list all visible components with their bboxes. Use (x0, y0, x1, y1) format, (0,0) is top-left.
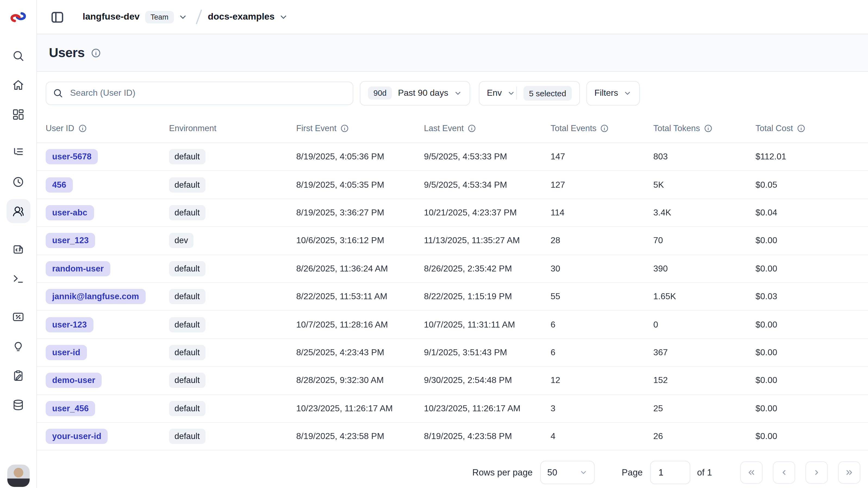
sidebar-item-tracing[interactable] (6, 140, 30, 164)
info-icon (340, 124, 349, 133)
sidebar-item-prompts[interactable] (6, 237, 30, 261)
rows-per-page-select[interactable]: 50 (540, 461, 595, 484)
table-row[interactable]: user_456default10/23/2025, 11:26:17 AM10… (37, 395, 868, 423)
column-label: Total Tokens (653, 123, 700, 133)
page-number-input[interactable] (650, 461, 690, 484)
rows-per-page-label: Rows per page (472, 467, 533, 478)
user-id-cell: demo-user (45, 373, 169, 388)
table-header-row: User IDEnvironmentFirst EventLast EventT… (37, 114, 868, 143)
sidebar-item-sessions[interactable] (6, 170, 30, 194)
first-event-cell: 8/25/2025, 4:23:43 PM (296, 348, 424, 357)
table-row[interactable]: user-123default10/7/2025, 11:28:16 AM10/… (37, 311, 868, 339)
chevrons-right-icon (845, 468, 854, 477)
column-header-total_tokens[interactable]: Total Tokens (653, 123, 755, 133)
total-tokens-cell: 152 (653, 376, 755, 385)
column-header-first_event[interactable]: First Event (296, 123, 424, 133)
sidebar-item-users[interactable] (6, 199, 30, 223)
user-id-badge[interactable]: your-user-id (45, 429, 108, 444)
total-tokens-cell: 390 (653, 264, 755, 274)
sidebar-item-dashboards[interactable] (6, 102, 30, 126)
table-row[interactable]: user-5678default8/19/2025, 4:05:36 PM9/5… (37, 143, 868, 171)
column-header-total_cost[interactable]: Total Cost (755, 123, 868, 133)
table-row[interactable]: your-user-iddefault8/19/2025, 4:23:58 PM… (37, 423, 868, 450)
table-row[interactable]: user_123dev10/6/2025, 3:16:12 PM11/13/20… (37, 227, 868, 255)
rows-per-page-chevron-icon (579, 468, 588, 477)
last-event-cell: 9/30/2025, 2:54:48 PM (424, 376, 551, 385)
table-row[interactable]: user-iddefault8/25/2025, 4:23:43 PM9/1/2… (37, 339, 868, 367)
langfuse-logo-icon[interactable] (9, 8, 27, 26)
user-id-badge[interactable]: user-abc (45, 205, 94, 220)
last-event-cell: 10/23/2025, 11:26:17 AM (424, 403, 551, 413)
sidebar-item-evaluation[interactable] (6, 305, 30, 328)
search-input[interactable] (45, 81, 353, 105)
table-row[interactable]: user-abcdefault8/19/2025, 3:36:27 PM10/2… (37, 199, 868, 227)
project-chevron-down-icon[interactable] (279, 12, 288, 22)
table-row[interactable]: jannik@langfuse.comdefault8/22/2025, 11:… (37, 283, 868, 311)
first-event-cell: 8/19/2025, 4:05:36 PM (296, 152, 424, 162)
org-chevron-down-icon[interactable] (178, 12, 187, 22)
table-body: user-5678default8/19/2025, 4:05:36 PM9/5… (37, 143, 868, 450)
total-tokens-cell: 803 (653, 152, 755, 162)
last-event-cell: 11/13/2025, 11:35:27 AM (424, 236, 551, 246)
env-filter-button[interactable]: Env 5 selected (478, 81, 580, 105)
environment-badge: default (169, 345, 205, 360)
breadcrumb-divider (196, 9, 202, 24)
environment-cell: default (169, 205, 296, 220)
environment-cell: default (169, 177, 296, 192)
column-header-last_event[interactable]: Last Event (424, 123, 551, 133)
environment-badge: default (169, 373, 205, 388)
next-page-button[interactable] (806, 461, 828, 484)
user-id-cell: user-abc (45, 205, 169, 220)
last-event-cell: 8/19/2025, 4:23:58 PM (424, 431, 551, 441)
annotation-icon (12, 369, 25, 382)
org-name[interactable]: langfuse-dev (83, 11, 140, 22)
total-events-cell: 28 (551, 236, 653, 246)
column-header-user_id[interactable]: User ID (45, 123, 169, 133)
table-row[interactable]: demo-userdefault8/28/2025, 9:32:30 AM9/3… (37, 367, 868, 395)
user-id-badge[interactable]: user_456 (45, 401, 95, 416)
first-event-cell: 8/19/2025, 4:23:58 PM (296, 431, 424, 441)
user-id-badge[interactable]: user_123 (45, 233, 95, 248)
user-id-badge[interactable]: user-123 (45, 317, 93, 332)
table-row[interactable]: 456default8/19/2025, 4:05:35 PM9/5/2025,… (37, 171, 868, 199)
environment-cell: default (169, 261, 296, 276)
sidebar-item-playground[interactable] (6, 266, 30, 290)
first-event-cell: 10/7/2025, 11:28:16 AM (296, 320, 424, 329)
sidebar-item-search[interactable] (6, 44, 30, 67)
user-id-badge[interactable]: random-user (45, 261, 110, 276)
previous-page-button[interactable] (773, 461, 795, 484)
info-icon (797, 124, 806, 133)
total-cost-cell: $0.00 (755, 348, 868, 357)
sidebar-item-annotation[interactable] (6, 364, 30, 387)
last-event-cell: 10/21/2025, 4:23:37 PM (424, 208, 551, 218)
user-id-badge[interactable]: 456 (45, 177, 73, 192)
first-page-button[interactable] (740, 461, 763, 484)
sidebar-item-datasets[interactable] (6, 393, 30, 417)
sidebar-item-home[interactable] (6, 73, 30, 97)
project-name[interactable]: docs-examples (208, 11, 275, 22)
user-id-badge[interactable]: user-id (45, 345, 87, 360)
user-id-cell: random-user (45, 261, 169, 276)
column-label: Total Cost (755, 123, 793, 133)
date-range-badge: 90d (368, 86, 392, 99)
environment-badge: default (169, 177, 205, 192)
sidebar-toggle-icon[interactable] (48, 8, 66, 26)
page-title-info-icon[interactable] (91, 48, 101, 58)
environment-badge: default (169, 317, 205, 332)
date-range-button[interactable]: 90d Past 90 days (360, 81, 470, 105)
org-plan-badge: Team (145, 10, 174, 23)
user-id-badge[interactable]: jannik@langfuse.com (45, 289, 146, 304)
sidebar-item-insights[interactable] (6, 334, 30, 358)
table-row[interactable]: random-userdefault8/26/2025, 11:36:24 AM… (37, 255, 868, 283)
filters-button[interactable]: Filters (586, 81, 640, 105)
total-events-cell: 4 (551, 431, 653, 441)
last-event-cell: 9/5/2025, 4:53:34 PM (424, 180, 551, 190)
environment-cell: default (169, 289, 296, 304)
column-header-total_events[interactable]: Total Events (551, 123, 653, 133)
user-avatar[interactable] (7, 465, 29, 487)
column-header-environment[interactable]: Environment (169, 123, 296, 133)
pagination-bar: Rows per page 50 Page of 1 (37, 450, 868, 488)
user-id-badge[interactable]: demo-user (45, 373, 102, 388)
last-page-button[interactable] (838, 461, 860, 484)
user-id-badge[interactable]: user-5678 (45, 149, 98, 164)
